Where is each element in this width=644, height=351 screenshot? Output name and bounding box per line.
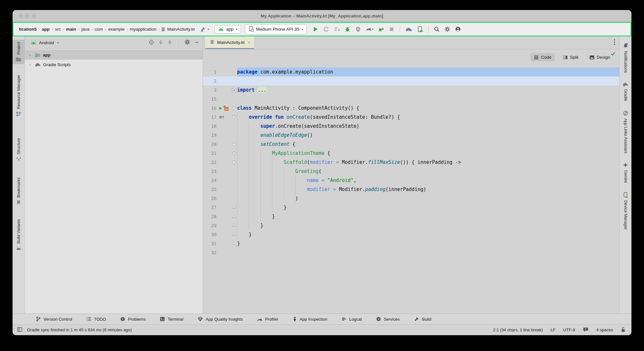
sidebar-item-resource-manager[interactable]: Resource Manager (13, 73, 25, 119)
sidebar-item-build-variants[interactable]: Build Variants (13, 217, 25, 252)
breadcrumb-item-main[interactable]: main (65, 27, 77, 32)
override-method-icon[interactable] (218, 115, 225, 120)
run-coverage-button[interactable] (354, 25, 362, 33)
locate-file-button[interactable] (149, 39, 154, 46)
profiler-button[interactable]: ▾ (364, 25, 375, 33)
run-line-icon[interactable] (218, 106, 223, 110)
breadcrumb-item-com[interactable]: com (94, 27, 104, 32)
debug-button[interactable] (343, 25, 352, 33)
code-line-25[interactable]: 25modifier = Modifier.padding(innerPaddi… (203, 185, 619, 194)
collapse-all-button[interactable] (167, 39, 172, 46)
toolwindow-app-inspection[interactable]: App Inspection (293, 316, 327, 322)
code-editor[interactable]: 1package com.example.myapplication23impo… (203, 49, 619, 314)
breadcrumb-item-mainactivity-kt[interactable]: MainActivity.kt (166, 27, 196, 32)
sidebar-item-project[interactable]: Project (13, 40, 25, 64)
mode-split-button[interactable]: Split (559, 53, 582, 61)
run-config-select[interactable]: app ▾ (215, 25, 241, 34)
panel-options-button[interactable] (184, 39, 190, 46)
window-layout-icon[interactable] (17, 327, 23, 333)
indent-setting[interactable]: 4 spaces (596, 327, 613, 332)
close-icon[interactable]: × (248, 40, 250, 45)
code-line-16[interactable]: 16<>class MainActivity : ComponentActivi… (203, 104, 619, 113)
breadcrumb-item-src[interactable]: src (54, 27, 62, 32)
code-line-26[interactable]: 26) (203, 194, 619, 203)
sidebar-item-device-manager[interactable]: Device Manager (620, 190, 632, 232)
run-button[interactable] (311, 25, 320, 33)
unlock-icon[interactable] (621, 327, 626, 333)
tree-item-app[interactable]: ›app (25, 50, 203, 60)
mode-design-button[interactable]: Design (586, 53, 613, 61)
fold-up-icon[interactable] (232, 223, 236, 228)
fold-down-icon[interactable] (232, 151, 236, 155)
attach-debugger-button[interactable] (377, 25, 385, 33)
tab-mainactivity[interactable]: MainActivity.kt × (205, 36, 254, 49)
fold-down-icon[interactable] (232, 142, 236, 146)
fold-down-icon[interactable] (232, 115, 236, 119)
expand-all-button[interactable] (158, 39, 163, 46)
compose-preview-icon[interactable]: <> (223, 105, 229, 111)
code-line-17[interactable]: 17override fun onCreate(savedInstanceSta… (203, 113, 619, 122)
sidebar-item-gradle[interactable]: Gradle (620, 80, 632, 104)
close-window-button[interactable] (18, 14, 23, 18)
sidebar-item-notifications[interactable]: Notifications (620, 40, 632, 75)
sidebar-item-structure[interactable]: Structure (13, 136, 25, 164)
breadcrumb-item-lication5[interactable]: lication5 (18, 27, 38, 32)
caret-position[interactable]: 2:1 (34 chars, 1 line break) (493, 327, 543, 332)
toolwindow-logcat[interactable]: Logcat (341, 316, 362, 322)
toolwindow-app-quality-insights[interactable]: App Quality Insights (197, 316, 243, 322)
breadcrumb-item-myapplication[interactable]: myapplication (129, 27, 158, 32)
fold-up-icon[interactable] (232, 205, 236, 210)
tree-item-gradle-scripts[interactable]: ›Gradle Scripts (25, 60, 203, 69)
code-line-31[interactable]: 31} (203, 239, 619, 248)
code-line-28[interactable]: 28} (203, 212, 619, 221)
code-line-1[interactable]: 1package com.example.myapplication (203, 67, 619, 76)
fold-up-icon[interactable] (232, 232, 236, 237)
toolwindow-terminal[interactable]: Terminal (160, 316, 183, 322)
toolwindow-version-control[interactable]: Version Control (36, 316, 72, 322)
zoom-window-button[interactable] (32, 14, 36, 18)
fold-down-icon[interactable] (232, 106, 236, 110)
file-encoding[interactable]: UTF-8 (563, 327, 575, 332)
chevron-right-icon[interactable]: › (29, 53, 33, 57)
account-button[interactable] (454, 25, 462, 33)
toolwindow-services[interactable]: Services (376, 316, 400, 322)
device-manager-button[interactable] (416, 25, 424, 33)
code-line-20[interactable]: 20setContent { (203, 140, 619, 149)
code-line-29[interactable]: 29} (203, 221, 619, 230)
more-options-icon[interactable] (614, 39, 615, 46)
breadcrumb-item-example[interactable]: example (107, 27, 126, 32)
sidebar-item-app-links-assistant[interactable]: App Links Assistant (620, 108, 632, 155)
fold-up-icon[interactable] (232, 214, 236, 219)
stop-button[interactable] (387, 25, 396, 33)
device-select[interactable]: Medium Phone API 35 ▾ (245, 24, 307, 35)
toolwindow-build[interactable]: Build (414, 316, 431, 322)
toolwindow-todo[interactable]: TODO (86, 316, 106, 322)
code-line-15[interactable]: 15 (203, 95, 619, 104)
settings-button[interactable] (443, 25, 452, 33)
project-view-select[interactable]: Android (39, 40, 54, 45)
code-line-2[interactable]: 2 (203, 76, 619, 85)
apply-changes-button[interactable] (322, 25, 331, 33)
code-line-22[interactable]: 22Scaffold(modifier = Modifier.fillMaxSi… (203, 158, 619, 167)
minimize-window-button[interactable] (25, 14, 29, 18)
code-line-19[interactable]: 19enableEdgeToEdge() (203, 131, 619, 140)
code-line-32[interactable]: 32 (203, 248, 619, 257)
build-tool-button[interactable]: ▾ (198, 25, 211, 34)
code-line-23[interactable]: 23Greeting( (203, 167, 619, 176)
sidebar-item-bookmarks[interactable]: Bookmarks (13, 175, 25, 207)
breadcrumb-item-app[interactable]: app (41, 27, 51, 32)
toolwindow-problems[interactable]: Problems (120, 316, 146, 322)
fold-plus-icon[interactable] (232, 88, 236, 92)
code-line-27[interactable]: 27} (203, 203, 619, 212)
code-line-21[interactable]: 21MyApplicationTheme { (203, 149, 619, 158)
toolwindow-profiler[interactable]: Profiler (257, 317, 278, 322)
apply-code-changes-button[interactable] (332, 25, 341, 33)
gradle-sync-button[interactable] (404, 25, 414, 33)
line-separator[interactable]: LF (551, 327, 555, 332)
hide-panel-button[interactable] (194, 40, 199, 46)
fold-down-icon[interactable] (232, 160, 236, 165)
mode-code-button[interactable]: Code (530, 53, 554, 61)
code-line-30[interactable]: 30} (203, 230, 619, 239)
sidebar-item-gemini[interactable]: Gemini (620, 160, 632, 185)
breadcrumb-item-java[interactable]: java (81, 27, 91, 32)
